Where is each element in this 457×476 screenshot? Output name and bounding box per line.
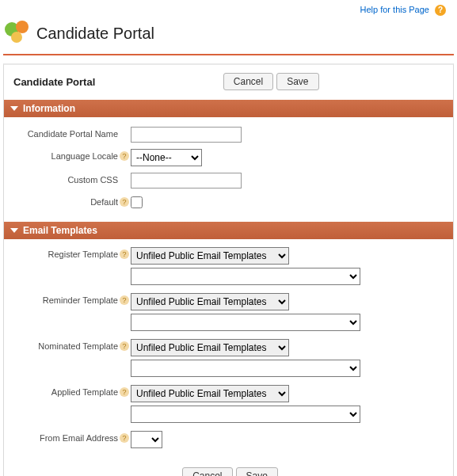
panel-title: Candidate Portal bbox=[13, 76, 95, 88]
label-language-locale: Language Locale ? bbox=[12, 149, 131, 161]
applied-template-folder-select[interactable]: Unfiled Public Email Templates bbox=[131, 385, 289, 402]
cancel-button[interactable]: Cancel bbox=[223, 73, 273, 90]
section-header-email-templates[interactable]: Email Templates bbox=[4, 222, 453, 239]
custom-css-input[interactable] bbox=[131, 173, 242, 188]
top-toolbar: Candidate Portal Cancel Save bbox=[4, 65, 453, 100]
help-link-text: Help for this Page bbox=[360, 5, 429, 14]
label-candidate-portal-name: Candidate Portal Name bbox=[12, 127, 131, 139]
from-email-address-select[interactable] bbox=[131, 431, 162, 448]
label-nominated-template: Nominated Template ? bbox=[12, 339, 131, 351]
page-header: Candidate Portal bbox=[3, 17, 454, 52]
candidate-portal-icon bbox=[5, 21, 30, 46]
collapse-icon bbox=[10, 106, 18, 111]
help-for-page-link[interactable]: Help for this Page ? bbox=[360, 5, 447, 16]
save-button[interactable]: Save bbox=[276, 73, 318, 90]
reminder-template-select[interactable] bbox=[131, 314, 360, 331]
help-icon[interactable]: ? bbox=[120, 387, 129, 397]
label-custom-css: Custom CSS bbox=[12, 173, 131, 185]
section-title: Information bbox=[23, 103, 75, 114]
help-icon[interactable]: ? bbox=[120, 249, 129, 259]
reminder-template-folder-select[interactable]: Unfiled Public Email Templates bbox=[131, 293, 289, 310]
help-icon[interactable]: ? bbox=[120, 197, 129, 207]
help-icon[interactable]: ? bbox=[120, 341, 129, 351]
header-rule bbox=[3, 54, 454, 55]
applied-template-select[interactable] bbox=[131, 406, 360, 423]
bottom-toolbar: Cancel Save bbox=[4, 461, 453, 476]
label-applied-template: Applied Template ? bbox=[12, 385, 131, 397]
label-register-template: Register Template ? bbox=[12, 247, 131, 259]
help-icon[interactable]: ? bbox=[120, 295, 129, 305]
form-panel: Candidate Portal Cancel Save Information… bbox=[3, 63, 454, 476]
section-title: Email Templates bbox=[23, 225, 97, 236]
page-title: Candidate Portal bbox=[36, 25, 154, 43]
language-locale-select[interactable]: --None-- bbox=[131, 149, 202, 166]
help-icon[interactable]: ? bbox=[120, 151, 129, 161]
cancel-button[interactable]: Cancel bbox=[182, 467, 232, 476]
save-button[interactable]: Save bbox=[236, 467, 278, 476]
label-default: Default ? bbox=[12, 195, 131, 207]
nominated-template-folder-select[interactable]: Unfiled Public Email Templates bbox=[131, 339, 289, 356]
default-checkbox[interactable] bbox=[131, 196, 143, 208]
register-template-folder-select[interactable]: Unfiled Public Email Templates bbox=[131, 247, 289, 265]
help-icon: ? bbox=[435, 5, 446, 16]
nominated-template-select[interactable] bbox=[131, 360, 360, 377]
label-reminder-template: Reminder Template ? bbox=[12, 293, 131, 305]
register-template-select[interactable] bbox=[131, 268, 360, 285]
candidate-portal-name-input[interactable] bbox=[131, 127, 242, 143]
section-header-information[interactable]: Information bbox=[4, 100, 453, 117]
collapse-icon bbox=[10, 228, 18, 233]
help-icon[interactable]: ? bbox=[120, 433, 129, 443]
label-from-email-address: From Email Address ? bbox=[12, 431, 131, 443]
